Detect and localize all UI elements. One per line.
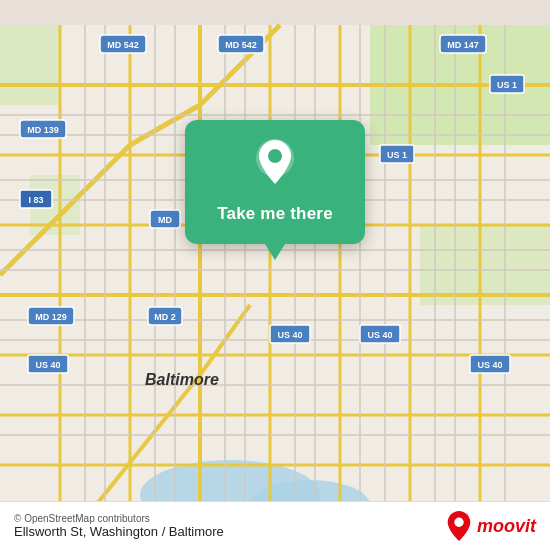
- copyright-text: © OpenStreetMap contributors: [14, 513, 224, 524]
- svg-text:I 83: I 83: [28, 195, 43, 205]
- bottom-left-info: © OpenStreetMap contributors Ellsworth S…: [14, 513, 224, 539]
- svg-text:US 40: US 40: [35, 360, 60, 370]
- svg-text:MD: MD: [158, 215, 172, 225]
- svg-text:MD 542: MD 542: [225, 40, 257, 50]
- location-pin-icon: [253, 138, 297, 194]
- svg-text:MD 129: MD 129: [35, 312, 67, 322]
- svg-text:US 40: US 40: [277, 330, 302, 340]
- svg-text:MD 542: MD 542: [107, 40, 139, 50]
- svg-text:US 1: US 1: [497, 80, 517, 90]
- svg-text:MD 147: MD 147: [447, 40, 479, 50]
- svg-rect-4: [0, 25, 60, 105]
- popup-card: Take me there: [185, 120, 365, 244]
- svg-text:MD 2: MD 2: [154, 312, 176, 322]
- bottom-bar: © OpenStreetMap contributors Ellsworth S…: [0, 501, 550, 550]
- svg-text:US 40: US 40: [367, 330, 392, 340]
- location-text: Ellsworth St, Washington / Baltimore: [14, 524, 224, 539]
- map-container: MD 542 MD 542 MD 147 US 1 US 1 MD 139 I …: [0, 0, 550, 550]
- svg-point-79: [268, 149, 282, 163]
- map-svg: MD 542 MD 542 MD 147 US 1 US 1 MD 139 I …: [0, 0, 550, 550]
- take-me-there-button[interactable]: Take me there: [217, 204, 333, 224]
- moovit-pin-icon: [445, 510, 473, 542]
- svg-text:Baltimore: Baltimore: [145, 371, 219, 388]
- svg-text:US 1: US 1: [387, 150, 407, 160]
- moovit-logo: moovit: [445, 510, 536, 542]
- svg-text:US 40: US 40: [477, 360, 502, 370]
- moovit-wordmark: moovit: [477, 516, 536, 537]
- svg-text:MD 139: MD 139: [27, 125, 59, 135]
- svg-point-80: [454, 518, 463, 527]
